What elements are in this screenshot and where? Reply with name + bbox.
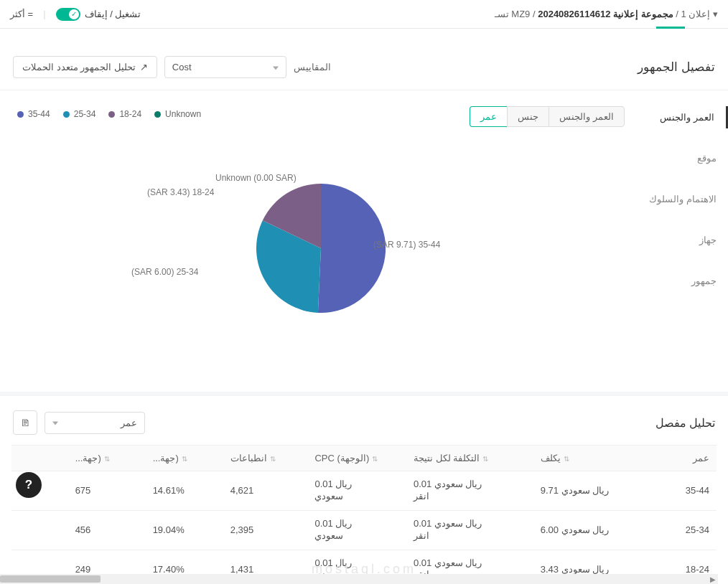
sort-icon: ⇅	[182, 455, 187, 463]
cell-cost: ريال سعودي 9.71	[533, 471, 646, 511]
cell-impr: 2,395	[223, 510, 308, 550]
pie-label-unknown: Unknown (0.00 SAR)	[215, 173, 297, 183]
col-age[interactable]: عمر	[646, 446, 717, 471]
horizontal-scrollbar[interactable]: ◀ ▶	[0, 574, 718, 584]
cell-rate: 19.04%	[146, 510, 223, 550]
col-rate[interactable]: ...جهة)⇅	[146, 446, 223, 471]
dimension-select[interactable]: عمر	[45, 412, 145, 434]
breadcrumb: ▾ إعلان 1 / مجموعة إعلانية 2024082611461…	[495, 9, 718, 19]
chart-legend: 35-44 25-34 18-24 Unknown	[17, 109, 201, 119]
sort-icon: ⇅	[372, 455, 378, 463]
pie-chart	[256, 184, 386, 313]
legend-dot-icon	[108, 111, 115, 118]
sub-tab-gender[interactable]: جنس	[507, 106, 549, 127]
topbar: ▾ إعلان 1 / مجموعة إعلانية 2024082611461…	[0, 0, 728, 29]
audience-breakdown: العمر والجنس موقع الاهتمام والسلوك جهاز …	[0, 90, 728, 392]
sort-icon: ⇅	[270, 455, 276, 463]
cell-cost: ريال سعودي 6.00	[533, 510, 646, 550]
pie-svg	[256, 184, 386, 313]
col-impr[interactable]: انطباعات⇅	[223, 446, 308, 471]
audience-section-header: تفصيل الجمهور المقاييس Cost ↗ تحليل الجم…	[0, 46, 728, 90]
side-tab-location[interactable]: موقع	[642, 147, 728, 169]
cell-cpc: ريال 0.01سعودي	[307, 471, 406, 511]
sub-tab-age-gender[interactable]: العمر والجنس	[549, 106, 625, 127]
legend-dot-icon	[63, 111, 70, 118]
toggle-label: تشغيل / إيقاف	[85, 9, 141, 19]
cell-cpr: ريال سعودي 0.01انقر	[406, 510, 533, 550]
external-icon: ↗	[140, 62, 148, 72]
legend-item-unknown[interactable]: Unknown	[154, 109, 201, 119]
pie-label-18-24: 18-24 (3.43 SAR)	[147, 187, 214, 197]
legend-item-25-34[interactable]: 25-34	[63, 109, 96, 119]
metric-select[interactable]: Cost	[164, 56, 286, 78]
side-tab-age-gender[interactable]: العمر والجنس	[642, 106, 728, 128]
document-icon: 🖹	[21, 418, 30, 428]
cell-cpc: ريال 0.01سعودي	[307, 510, 406, 550]
breadcrumb-group[interactable]: مجموعة إعلانية 20240826114612	[538, 9, 673, 19]
detail-section: تحليل مفصل عمر 🖹 عمر يكلف⇅ التكلفة لكل ن…	[0, 392, 728, 584]
sort-icon: ⇅	[564, 455, 569, 463]
pie-label-35-44: 35-44 (9.71 SAR)	[373, 240, 440, 250]
cell-blank	[11, 510, 68, 550]
export-button[interactable]: 🖹	[13, 410, 37, 435]
sort-icon: ⇅	[104, 455, 110, 463]
col-cost[interactable]: يكلف⇅	[533, 446, 646, 471]
side-tab-device[interactable]: جهاز	[642, 229, 728, 251]
chart-area: العمر والجنس جنس عمر 35-44 25-34 18-24 U…	[0, 90, 642, 392]
table-row: 35-44ريال سعودي 9.71ريال سعودي 0.01انقرر…	[11, 471, 717, 511]
cell-age: 25-34	[646, 510, 717, 550]
more-link[interactable]: = أكثر	[10, 9, 33, 19]
cell-impr: 4,621	[223, 471, 308, 511]
cell-age: 35-44	[646, 471, 717, 511]
metric-label: المقاييس	[294, 62, 331, 72]
legend-dot-icon	[17, 111, 24, 118]
side-tab-interest[interactable]: الاهتمام والسلوك	[642, 188, 728, 210]
sub-tab-age[interactable]: عمر	[470, 106, 507, 127]
col-cpr[interactable]: التكلفة لكل نتيجة⇅	[406, 446, 533, 471]
table-header-row: عمر يكلف⇅ التكلفة لكل نتيجة⇅ CPC (الوجهة…	[11, 446, 717, 471]
legend-item-35-44[interactable]: 35-44	[17, 109, 50, 119]
col-blank	[11, 446, 68, 471]
legend-dot-icon	[154, 111, 161, 118]
breadcrumb-campaign[interactable]: MZ9 تسـ	[495, 9, 531, 19]
scroll-thumb[interactable]	[0, 575, 101, 583]
breadcrumb-caret[interactable]: ▾	[713, 9, 718, 19]
col-cpc[interactable]: CPC (الوجهة)⇅	[307, 446, 406, 471]
col-dest[interactable]: ...جهة)⇅	[68, 446, 146, 471]
detail-title: تحليل مفصل	[655, 416, 715, 430]
scroll-right-icon[interactable]: ▶	[708, 574, 718, 584]
detail-header: تحليل مفصل عمر 🖹	[13, 410, 715, 435]
section-title: تفصيل الجمهور	[638, 60, 715, 75]
active-tab-indicator	[656, 27, 685, 29]
multi-campaign-button[interactable]: ↗ تحليل الجمهور متعدد الحملات	[13, 56, 157, 78]
toggle-run-pause[interactable]: تشغيل / إيقاف	[56, 8, 141, 21]
side-tab-audience[interactable]: جمهور	[642, 270, 728, 292]
pie-label-25-34: 25-34 (6.00 SAR)	[131, 267, 198, 277]
sort-icon: ⇅	[482, 455, 488, 463]
side-tabs: العمر والجنس موقع الاهتمام والسلوك جهاز …	[642, 90, 728, 392]
cell-dest: 675	[68, 471, 146, 511]
cell-dest: 456	[68, 510, 146, 550]
cell-cpr: ريال سعودي 0.01انقر	[406, 471, 533, 511]
breadcrumb-ad[interactable]: إعلان 1	[681, 9, 711, 19]
help-button[interactable]: ?	[16, 472, 42, 498]
detail-table: عمر يكلف⇅ التكلفة لكل نتيجة⇅ CPC (الوجهة…	[11, 445, 717, 584]
table-row: 25-34ريال سعودي 6.00ريال سعودي 0.01انقرر…	[11, 510, 717, 550]
cell-rate: 14.61%	[146, 471, 223, 511]
legend-item-18-24[interactable]: 18-24	[108, 109, 141, 119]
toggle-switch-icon[interactable]	[56, 8, 80, 21]
